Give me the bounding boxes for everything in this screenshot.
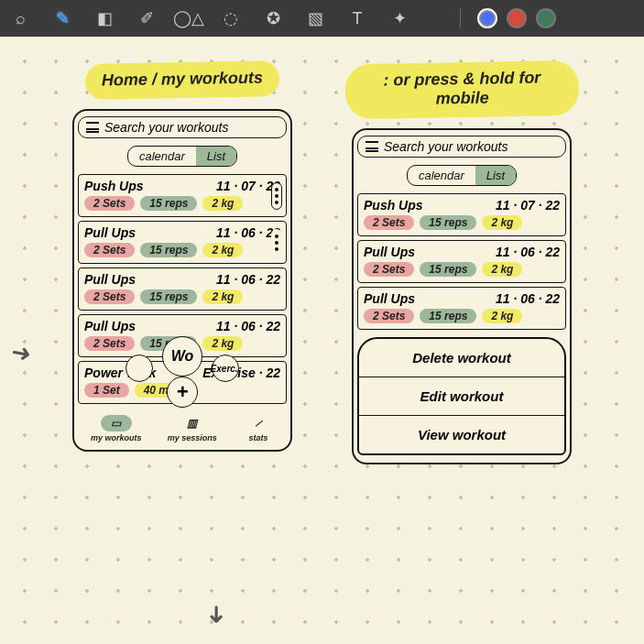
workout-reps-pill: 15 reps [140, 289, 197, 304]
phone-frame-left: Search your workouts calendar List Push … [72, 109, 292, 452]
ctx-edit[interactable]: Edit workout [359, 377, 564, 416]
workout-weight-pill: 2 kg [202, 196, 243, 211]
nav-item-my-sessions[interactable]: ▥my sessions [168, 415, 217, 442]
workout-weight-pill: 2 kg [202, 336, 243, 351]
eraser-icon[interactable]: ◧ [93, 7, 115, 29]
workout-card[interactable]: Pull Ups11 · 06 · 222 Sets15 reps2 kg [78, 267, 287, 311]
search-placeholder: Search your workouts [384, 139, 508, 154]
workout-sets-pill: 2 Sets [364, 309, 414, 323]
search-placeholder: Search your workouts [104, 120, 228, 135]
workout-date: 11 · 06 · 22 [216, 272, 280, 287]
workout-weight-pill: 2 kg [482, 309, 522, 323]
workout-sets-pill: 2 Sets [364, 262, 414, 277]
workout-card[interactable]: Pull Ups11 · 06 · 222 Sets15 reps2 kg [357, 287, 566, 330]
workout-sets-pill: 2 Sets [84, 336, 135, 351]
color-swatch-green[interactable] [536, 8, 556, 28]
text-icon[interactable]: T [346, 7, 368, 29]
ctx-view[interactable]: View workout [359, 416, 564, 453]
workout-weight-pill: 2 kg [482, 262, 522, 277]
view-toggle: calendar List [78, 146, 287, 167]
workout-sets-pill: 1 Set [84, 383, 129, 398]
workout-card[interactable]: Push Ups11 · 07 · 222 Sets15 reps2 kg [78, 174, 287, 217]
workout-title: Pull Ups [84, 319, 209, 333]
workout-date: 11 · 06 · 22 [216, 319, 280, 333]
workout-sets-pill: 2 Sets [84, 243, 135, 257]
nav-item-my-workouts[interactable]: ▭my workouts [91, 415, 142, 442]
search-bar[interactable]: Search your workouts [357, 136, 566, 158]
workout-sets-pill: 2 Sets [364, 215, 414, 230]
wireframe-right-column: : or press & hold for mobile Search your… [345, 62, 579, 464]
workout-reps-pill: 15 reps [140, 243, 197, 257]
workout-title: Push Ups [364, 198, 488, 213]
workout-reps-pill: 15 reps [420, 309, 476, 323]
workout-title: Pull Ups [84, 272, 209, 287]
toolbar-separator [460, 8, 461, 28]
nav-item-stats[interactable]: ⟋stats [243, 415, 274, 442]
image-icon[interactable]: ▧ [304, 7, 326, 29]
fab-workout[interactable]: Wo [162, 336, 202, 377]
color-swatch-blue[interactable] [477, 8, 497, 28]
workout-weight-pill: 2 kg [202, 289, 243, 304]
left-title-highlight: Home / my workouts [85, 60, 280, 100]
fab-side-left[interactable] [126, 355, 153, 382]
phone-frame-right: Search your workouts calendar List Push … [352, 128, 572, 464]
fab-add[interactable]: + [167, 377, 198, 408]
workout-date: 11 · 06 · 22 [496, 245, 560, 259]
workout-reps-pill: 15 reps [420, 215, 476, 230]
nav-label: my sessions [168, 433, 217, 442]
right-title-highlight: : or press & hold for mobile [344, 60, 579, 119]
pen-icon[interactable]: ✎ [51, 7, 73, 29]
workout-card[interactable]: Pull Ups11 · 06 · 222 Sets15 reps2 kg [78, 221, 287, 264]
workout-title: Pull Ups [84, 225, 209, 240]
fab-side-right[interactable]: Exerc.. [212, 355, 239, 382]
workout-date: 11 · 07 · 22 [496, 198, 560, 213]
wand-icon[interactable]: ✦ [388, 7, 410, 29]
kebab-icon[interactable] [271, 229, 282, 257]
workout-sets-pill: 2 Sets [84, 196, 135, 211]
nav-label: my workouts [91, 433, 142, 442]
lasso-icon[interactable]: ◌ [220, 7, 242, 29]
workout-weight-pill: 2 kg [482, 215, 522, 230]
ctx-delete[interactable]: Delete workout [359, 339, 564, 377]
workout-title: Pull Ups [364, 291, 488, 306]
segment-list[interactable]: List [475, 166, 516, 185]
context-menu: Delete workout Edit workout View workout [357, 337, 566, 455]
segment-calendar[interactable]: calendar [128, 147, 196, 166]
workout-reps-pill: 15 reps [420, 262, 476, 277]
nav-icon: ▥ [187, 417, 197, 430]
nav-icon: ▭ [111, 417, 121, 430]
highlighter-icon[interactable]: ✐ [136, 7, 158, 29]
bottom-nav: ▭my workouts▥my sessions⟋stats [78, 411, 287, 442]
workout-card[interactable]: Push Ups11 · 07 · 222 Sets15 reps2 kg [357, 193, 566, 236]
nav-icon: ⟋ [253, 417, 264, 430]
workout-title: Push Ups [84, 179, 209, 193]
kebab-icon[interactable] [271, 182, 282, 210]
wireframe-left-column: Home / my workouts Search your workouts … [66, 62, 300, 464]
color-swatch-red[interactable] [507, 8, 527, 28]
app-toolbar: ⌕✎◧✐◯△◌✪▧T✦ [0, 0, 644, 37]
nav-label: stats [248, 433, 267, 442]
workout-title: Pull Ups [364, 245, 488, 259]
segment-list[interactable]: List [196, 147, 236, 166]
shapes-icon[interactable]: ◯△ [178, 7, 200, 29]
hamburger-icon[interactable] [86, 122, 99, 133]
view-toggle: calendar List [357, 165, 566, 186]
segment-calendar[interactable]: calendar [408, 166, 475, 185]
workout-reps-pill: 15 reps [140, 196, 197, 211]
sketch-arrow-down-icon: ➜ [202, 605, 231, 625]
hamburger-icon[interactable] [366, 141, 378, 152]
zoom-icon[interactable]: ⌕ [9, 7, 31, 29]
search-bar[interactable]: Search your workouts [78, 116, 287, 138]
workout-card[interactable]: Pull Ups11 · 06 · 222 Sets15 reps2 kg [357, 240, 566, 283]
workout-sets-pill: 2 Sets [84, 289, 135, 304]
workout-date: 11 · 06 · 22 [496, 291, 560, 306]
workout-weight-pill: 2 kg [202, 243, 243, 257]
stamp-icon[interactable]: ✪ [262, 7, 284, 29]
